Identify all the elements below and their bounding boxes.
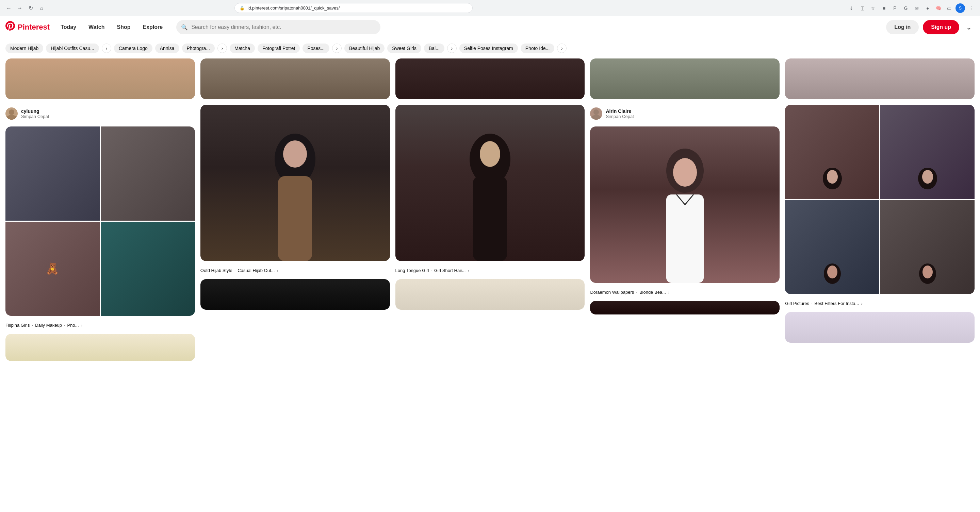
- url-text: id.pinterest.com/sripatonah0801/_quick_s…: [247, 5, 340, 11]
- svg-point-0: [9, 109, 14, 115]
- pin-card-c5-bottom[interactable]: [785, 312, 975, 343]
- extension-icon5[interactable]: ●: [923, 3, 932, 13]
- user-board-airin: Simpan Cepat: [606, 114, 633, 119]
- address-bar[interactable]: 🔒 id.pinterest.com/sripatonah0801/_quick…: [234, 3, 473, 13]
- tag-doraemon[interactable]: Doraemon Wallpapers: [590, 290, 634, 295]
- tag-camera-logo[interactable]: Camera Logo: [114, 43, 153, 53]
- pin-card-c4-top[interactable]: [590, 59, 780, 99]
- collage-cell-1: [5, 127, 100, 220]
- masonry-col-4: Airin Claire Simpan Cepat: [590, 59, 780, 361]
- tag-modern-hijab[interactable]: Modern Hijab: [5, 43, 43, 53]
- tags-under-c3-main: Long Tongue Girl · Girl Short Hair... ›: [395, 266, 585, 274]
- chevron-down-icon[interactable]: ⌄: [963, 21, 975, 34]
- tag-girl-short-hair[interactable]: Girl Short Hair...: [434, 268, 466, 273]
- pin-card-c3-top[interactable]: [395, 59, 585, 99]
- tag-best-filters[interactable]: Best Filters For Insta...: [815, 301, 859, 306]
- pin-card-c2-top[interactable]: [200, 59, 390, 99]
- tags-arrow-col1[interactable]: ›: [102, 43, 111, 53]
- tag-blonde-bea[interactable]: Blonde Bea...: [640, 290, 666, 295]
- nav-explore[interactable]: Explore: [137, 21, 169, 33]
- pinterest-logo[interactable]: Pinterest: [5, 21, 50, 33]
- extension-icon1[interactable]: ■: [879, 3, 889, 13]
- signup-button[interactable]: Sign up: [923, 20, 959, 34]
- collage-cell-3: 🧸: [5, 222, 100, 316]
- tags-more-arrow-c5[interactable]: ›: [861, 301, 862, 306]
- tag-fotografi[interactable]: Fotografi Potret: [258, 43, 300, 53]
- tag-beautiful-hijab[interactable]: Beautiful Hijab: [344, 43, 385, 53]
- tag-casual-hijab[interactable]: Casual Hijab Out...: [237, 268, 275, 273]
- search-input[interactable]: [176, 20, 380, 34]
- tags-more-arrow-c2[interactable]: ›: [277, 268, 278, 273]
- pin-card-c3-bottom[interactable]: [395, 279, 585, 310]
- browser-chrome: ← → ↻ ⌂ 🔒 id.pinterest.com/sripatonah080…: [0, 0, 980, 16]
- extension-icon3[interactable]: G: [901, 3, 911, 13]
- tag-bal[interactable]: Bal...: [424, 43, 444, 53]
- tag-hijabi-outfits[interactable]: Hijabi Outfits Casu...: [46, 43, 99, 53]
- pin-card-c1-top[interactable]: [5, 59, 195, 99]
- tag-girl-pictures[interactable]: Girl Pictures: [785, 301, 809, 306]
- tags-arrow-col5[interactable]: ›: [557, 43, 566, 53]
- extensions-button[interactable]: 🧠: [934, 3, 943, 13]
- svg-point-14: [827, 170, 838, 184]
- nav-watch[interactable]: Watch: [83, 21, 110, 33]
- tag-pho[interactable]: Pho...: [67, 323, 79, 328]
- tag-ootd-hijab[interactable]: Ootd Hijab Style: [200, 268, 232, 273]
- masonry-col-1: cyluung Simpan Cepat 🧸 Filipina Girls: [5, 59, 195, 361]
- pin-card-c5-main[interactable]: [785, 105, 975, 294]
- svg-point-20: [923, 266, 933, 279]
- nav-today[interactable]: Today: [55, 21, 82, 33]
- tags-more-arrow-c3[interactable]: ›: [468, 268, 469, 273]
- collage5-cell-1: [785, 105, 879, 199]
- profile-button[interactable]: S: [956, 3, 965, 13]
- pinterest-logo-text: Pinterest: [18, 23, 50, 32]
- pin-card-c5-top[interactable]: [785, 59, 975, 99]
- tag-poses[interactable]: Poses...: [302, 43, 329, 53]
- tags-more-arrow-c4[interactable]: ›: [668, 290, 669, 295]
- svg-point-8: [593, 109, 599, 115]
- pin-card-c2-main[interactable]: [200, 105, 390, 261]
- extension-icon2[interactable]: P: [890, 3, 900, 13]
- tags-arrow-col2[interactable]: ›: [218, 43, 227, 53]
- tag-matcha[interactable]: Matcha: [230, 43, 255, 53]
- tag-long-tongue[interactable]: Long Tongue Girl: [395, 268, 429, 273]
- extension-icon4[interactable]: ✉: [912, 3, 921, 13]
- svg-point-1: [7, 115, 16, 120]
- pin-card-c1-bottom[interactable]: [5, 334, 195, 361]
- forward-button[interactable]: →: [15, 3, 24, 13]
- pin-card-c1-main[interactable]: 🧸: [5, 127, 195, 316]
- back-button[interactable]: ←: [4, 3, 14, 13]
- tags-more-arrow-c1[interactable]: ›: [81, 323, 82, 328]
- header-actions: Log in Sign up ⌄: [886, 20, 975, 34]
- pin-card-c3-main[interactable]: [395, 105, 585, 261]
- tag-annisa[interactable]: Annisa: [155, 43, 179, 53]
- download-icon[interactable]: ⇓: [846, 3, 856, 13]
- reload-button[interactable]: ↻: [26, 3, 35, 13]
- tag-photogra[interactable]: Photogra...: [182, 43, 215, 53]
- pin-card-c4-bottom[interactable]: [590, 301, 780, 314]
- user-board-cyluung: Simpan Cepat: [21, 114, 49, 119]
- avatar-airin[interactable]: [590, 108, 602, 120]
- nav-shop[interactable]: Shop: [111, 21, 136, 33]
- tags-arrow-col3[interactable]: ›: [332, 43, 342, 53]
- collage5-cell-4: [880, 200, 975, 294]
- avatar-cyluung[interactable]: [5, 108, 18, 120]
- tag-daily-makeup[interactable]: Daily Makeup: [35, 323, 62, 328]
- share-icon[interactable]: ⌶: [858, 3, 867, 13]
- bookmark-icon[interactable]: ☆: [869, 3, 878, 13]
- menu-button[interactable]: ⋮: [966, 3, 976, 13]
- tags-arrow-col4[interactable]: ›: [447, 43, 457, 53]
- tag-selfie-poses[interactable]: Selfie Poses Instagram: [460, 43, 518, 53]
- pin-card-c2-bottom[interactable]: [200, 279, 390, 310]
- tag-photo-ide[interactable]: Photo Ide...: [520, 43, 555, 53]
- split-screen-icon[interactable]: ▭: [945, 3, 954, 13]
- user-info-cyluung: cyluung Simpan Cepat: [5, 105, 195, 121]
- search-icon: 🔍: [181, 24, 188, 30]
- user-details-cyluung: cyluung Simpan Cepat: [21, 108, 49, 119]
- collage-cell-2: [101, 127, 195, 220]
- pin-card-c4-main[interactable]: [590, 127, 780, 283]
- tag-filipina-girls[interactable]: Filipina Girls: [5, 323, 30, 328]
- tag-sweet-girls[interactable]: Sweet Girls: [387, 43, 421, 53]
- browser-nav-buttons: ← → ↻ ⌂: [4, 3, 46, 13]
- login-button[interactable]: Log in: [886, 20, 919, 34]
- home-button[interactable]: ⌂: [37, 3, 46, 13]
